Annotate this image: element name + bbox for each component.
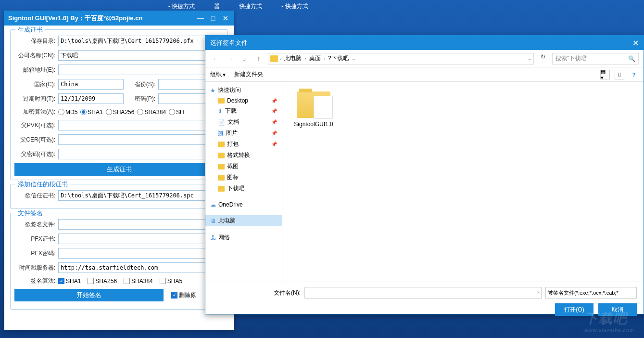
- company-input[interactable]: [58, 50, 224, 61]
- algo-sha512[interactable]: SH: [169, 109, 184, 116]
- sign-file-input[interactable]: [58, 219, 224, 230]
- algo-sha384[interactable]: SHA384: [137, 109, 166, 116]
- file-dialog: 选择签名文件 ✕ ← → ⌄ ↑ › 此电脑 › 桌面 › ?下载吧 ⌄ ⌄ ↻…: [205, 35, 644, 314]
- back-button[interactable]: ←: [210, 53, 221, 64]
- folder-icon: [218, 164, 225, 169]
- pin-icon: 📌: [271, 130, 277, 136]
- folder-icon: [218, 142, 225, 147]
- signtool-titlebar[interactable]: Signtool GUI[Ver1.0] By：千百度°@52pojie.cn …: [4, 11, 234, 26]
- delete-original-checkbox[interactable]: 删除原: [171, 291, 196, 299]
- company-label: 公司名称(CN):: [14, 52, 55, 60]
- view-button[interactable]: ▦ ▾: [600, 70, 610, 79]
- sidebar-item-xiazaiba[interactable]: 下载吧: [205, 183, 282, 194]
- shortcut[interactable]: - 快捷方式: [168, 2, 195, 11]
- pfx-pwd-input[interactable]: [58, 248, 224, 259]
- sidebar-network[interactable]: 🖧网络: [205, 232, 282, 243]
- algo-radio-group: MD5 SHA1 SHA256 SHA384 SH: [58, 109, 184, 116]
- country-input[interactable]: [58, 79, 124, 90]
- breadcrumb-pc[interactable]: 此电脑: [283, 54, 303, 63]
- shortcut[interactable]: - 快捷方式: [281, 2, 308, 11]
- sidebar-item-dabao[interactable]: 打包📌: [205, 139, 282, 150]
- sidebar-item-screenshot[interactable]: 截图: [205, 161, 282, 172]
- sidebar-item-icons[interactable]: 图标: [205, 172, 282, 183]
- trust-cert-input[interactable]: [58, 190, 224, 201]
- close-icon[interactable]: ✕: [632, 39, 639, 48]
- chevron-right-icon[interactable]: ›: [304, 56, 306, 61]
- sidebar-item-pictures[interactable]: 🖼图片📌: [205, 128, 282, 139]
- generate-cert-button[interactable]: 生成证书: [14, 163, 224, 176]
- forward-button[interactable]: →: [225, 53, 235, 64]
- ts-server-input[interactable]: [58, 262, 224, 273]
- toolbar: 组织 ▾ 新建文件夹 ▦ ▾ ▯ ?: [205, 67, 644, 82]
- minimize-button[interactable]: —: [196, 14, 205, 23]
- email-input[interactable]: [58, 65, 224, 75]
- breadcrumb[interactable]: › 此电脑 › 桌面 › ?下载吧 ⌄ ⌄: [268, 53, 534, 65]
- file-list[interactable]: SigntoolGUI1.0: [282, 82, 644, 282]
- pin-icon: 📌: [271, 108, 277, 114]
- sidebar-this-pc[interactable]: 🖥此电脑: [205, 215, 282, 226]
- section-legend: 添加信任的根证书: [15, 180, 70, 189]
- filename-input[interactable]: ⌄: [304, 287, 542, 299]
- file-dialog-titlebar[interactable]: 选择签名文件 ✕: [205, 36, 644, 50]
- algo-sha1[interactable]: SHA1: [80, 109, 102, 116]
- file-item-signtoolgui[interactable]: SigntoolGUI1.0: [290, 89, 338, 130]
- new-folder-button[interactable]: 新建文件夹: [234, 70, 263, 78]
- breadcrumb-desktop[interactable]: 桌面: [308, 54, 322, 63]
- search-icon: 🔍: [628, 55, 635, 62]
- save-dir-input[interactable]: [58, 36, 224, 46]
- sign-sha384[interactable]: SHA384: [124, 278, 153, 285]
- chevron-down-icon: ▾: [223, 71, 226, 78]
- shortcut[interactable]: 快捷方式: [239, 2, 262, 11]
- folder-icon: [218, 175, 225, 181]
- maximize-button[interactable]: □: [209, 14, 217, 23]
- sidebar-onedrive[interactable]: ☁OneDrive: [205, 200, 282, 209]
- shortcut[interactable]: 器: [214, 2, 220, 11]
- sign-sha1[interactable]: SHA1: [58, 278, 81, 285]
- filename-label: 文件名(N):: [274, 289, 301, 297]
- file-filter-dropdown[interactable]: 被签名文件(*.exe;*.ocx;*.cab;*: [545, 287, 637, 299]
- preview-pane-button[interactable]: ▯: [615, 70, 624, 79]
- province-label: 省份(S):: [126, 80, 155, 89]
- sign-sha256[interactable]: SHA256: [88, 278, 117, 285]
- parent-pvk-input[interactable]: [58, 120, 224, 130]
- pin-icon: 📌: [271, 98, 277, 104]
- algo-md5[interactable]: MD5: [58, 109, 77, 116]
- folder-icon: [218, 98, 225, 104]
- parent-pwd-input[interactable]: [58, 149, 224, 159]
- sidebar-item-downloads[interactable]: ⬇下载📌: [205, 105, 282, 117]
- chevron-right-icon[interactable]: ›: [324, 56, 325, 61]
- refresh-button[interactable]: ↻: [538, 53, 548, 64]
- up-button[interactable]: ↑: [253, 53, 264, 64]
- organize-button[interactable]: 组织 ▾: [210, 70, 226, 78]
- algo-sha256[interactable]: SHA256: [106, 109, 135, 116]
- sidebar-item-convert[interactable]: 格式转换: [205, 150, 282, 161]
- chevron-down-icon[interactable]: ⌄: [536, 288, 540, 294]
- start-sign-button[interactable]: 开始签名: [14, 289, 164, 301]
- sign-sha512[interactable]: SHA5: [160, 278, 182, 285]
- chevron-down-icon[interactable]: ⌄: [352, 56, 355, 61]
- algo-label: 加密算法(A):: [14, 108, 55, 116]
- chevron-right-icon[interactable]: ›: [280, 56, 281, 61]
- sidebar-item-desktop[interactable]: Desktop📌: [205, 96, 282, 105]
- section-legend: 生成证书: [15, 26, 45, 34]
- sidebar-item-documents[interactable]: 📄文档📌: [205, 117, 282, 128]
- search-input[interactable]: 搜索"下载吧" 🔍: [552, 53, 639, 65]
- close-button[interactable]: ✕: [221, 14, 230, 23]
- parent-cer-input[interactable]: [58, 134, 224, 145]
- window-title: Signtool GUI[Ver1.0] By：千百度°@52pojie.cn: [8, 14, 196, 23]
- trust-cert-label: 欲信任证书:: [14, 192, 55, 200]
- help-button[interactable]: ?: [629, 70, 639, 79]
- signtool-window: Signtool GUI[Ver1.0] By：千百度°@52pojie.cn …: [4, 11, 234, 330]
- nav-bar: ← → ⌄ ↑ › 此电脑 › 桌面 › ?下载吧 ⌄ ⌄ ↻ 搜索"下载吧" …: [205, 50, 644, 67]
- ts-server-label: 时间戳服务器:: [14, 264, 55, 272]
- parent-pwd-label: 父密码(可选):: [14, 150, 55, 158]
- star-icon: ★: [210, 87, 215, 94]
- chevron-down-icon[interactable]: ⌄: [528, 56, 531, 61]
- pfx-cert-input[interactable]: [58, 234, 224, 244]
- recent-dropdown[interactable]: ⌄: [239, 53, 250, 64]
- sidebar-quick-access[interactable]: ★ 快速访问: [205, 85, 282, 96]
- picture-icon: 🖼: [218, 130, 224, 137]
- breadcrumb-current[interactable]: ?下载吧: [327, 54, 350, 63]
- expire-input[interactable]: [58, 93, 124, 104]
- folder-icon: [270, 55, 278, 62]
